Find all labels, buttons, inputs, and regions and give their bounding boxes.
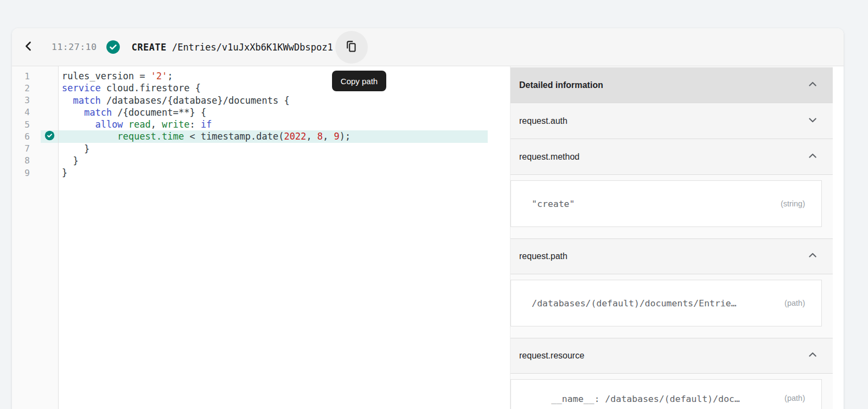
gutter-row-9: 9 (12, 167, 58, 179)
line-number: 1 (12, 71, 30, 81)
code-token (62, 119, 95, 130)
panel-section-detailed-information[interactable]: Detailed information (510, 67, 833, 103)
gutter-row-1: 1 (12, 70, 58, 82)
code-token: /{document=**} { (112, 107, 206, 118)
line-number: 9 (12, 168, 30, 178)
code-token: match (73, 95, 100, 106)
code-token: rules_version = (62, 71, 151, 81)
gutter-badge (41, 130, 58, 142)
gutter-row-2: 2 (12, 82, 58, 94)
code-token (62, 131, 117, 142)
code-token: < timestamp.date( (184, 131, 284, 142)
code-token: 9 (334, 131, 340, 142)
code-token: cloud.firestore { (101, 83, 201, 93)
panel-gap (510, 326, 833, 338)
value-text: "create" (532, 199, 575, 209)
code-token: if (201, 119, 212, 130)
panel-section-request-method[interactable]: request.method (510, 139, 833, 175)
code-token: ; (167, 71, 173, 81)
panel-section-request-auth[interactable]: request.auth (510, 103, 833, 139)
code-token: } (62, 143, 90, 154)
gutter-row-5: 5 (12, 118, 58, 130)
panel-gap (510, 175, 833, 180)
gutter-row-6: 6 (12, 130, 58, 142)
code-line-9[interactable]: } (59, 167, 510, 179)
code-token: } (62, 155, 79, 166)
chevron-up-icon (806, 248, 820, 265)
panel-gap (510, 227, 833, 238)
gutter-badge (41, 70, 58, 82)
code-token (62, 95, 73, 106)
code-token: } (62, 167, 67, 178)
value-card-request-resource: __name__: /databases/(default)/doc…(path… (510, 379, 822, 409)
gutter-badge (41, 167, 58, 179)
gutter-badge (41, 118, 58, 130)
code-token: : (189, 119, 200, 130)
back-button[interactable] (22, 40, 36, 54)
code-token: read (129, 119, 151, 130)
chevron-up-icon (806, 348, 820, 364)
copy-icon (344, 40, 358, 55)
code-token: ); (340, 131, 350, 142)
code-line-5[interactable]: allow read, write: if (59, 118, 510, 130)
line-number: 2 (12, 83, 30, 93)
panel-section-request-resource[interactable]: request.resource (510, 338, 833, 374)
rules-playground-page: 11:27:10 CREATE /Entries/v1uJxXb6K1KWwDb… (0, 0, 868, 409)
request-header: 11:27:10 CREATE /Entries/v1uJxXb6K1KWwDb… (12, 28, 844, 66)
code-token (62, 107, 84, 118)
gutter-row-7: 7 (12, 143, 58, 155)
chevron-down-icon (806, 113, 820, 129)
line-number: 7 (12, 143, 30, 154)
gutter-badge (41, 95, 58, 106)
rule-allowed-check-icon (44, 130, 55, 143)
code-token: , (306, 131, 317, 142)
section-label: request.auth (519, 116, 806, 126)
code-line-2[interactable]: service cloud.firestore { (59, 82, 510, 94)
gutter-row-8: 8 (12, 155, 58, 167)
value-card-request-method: "create"(string) (510, 180, 822, 227)
chevron-left-icon (22, 40, 35, 54)
gutter-row-4: 4 (12, 106, 58, 118)
gutter-badge (41, 143, 58, 155)
panel-gap (510, 274, 833, 280)
code-line-3[interactable]: match /databases/{database}/documents { (59, 95, 510, 106)
section-label: request.resource (519, 351, 806, 361)
code-token: request.time (117, 131, 184, 142)
editor-gutter: 1 2 3 4 5 6 7 8 9 (12, 66, 59, 409)
value-type-label: (path) (780, 299, 805, 307)
code-line-8[interactable]: } (59, 155, 510, 167)
code-token: /databases/{database}/documents { (101, 95, 290, 106)
code-token: allow (95, 119, 123, 130)
code-token: , (323, 131, 334, 142)
section-label: request.path (519, 251, 806, 261)
code-token: service (62, 83, 101, 93)
check-circle-icon (106, 40, 120, 54)
code-line-6[interactable]: request.time < timestamp.date(2022, 8, 9… (59, 130, 510, 142)
chevron-up-icon (806, 77, 820, 93)
code-line-4[interactable]: match /{document=**} { (59, 106, 510, 118)
code-token: 2022 (284, 131, 306, 142)
request-body: 1 2 3 4 5 6 7 8 9 rules_version = '2';se… (12, 66, 844, 409)
code-token (123, 119, 129, 130)
code-token: write (162, 119, 189, 130)
rules-code-editor[interactable]: rules_version = '2';service cloud.firest… (59, 66, 510, 409)
panel-gap (510, 374, 833, 379)
line-number: 6 (12, 131, 30, 142)
gutter-badge (41, 106, 58, 118)
value-type-label: (string) (776, 199, 805, 208)
gutter-row-3: 3 (12, 95, 58, 106)
line-number: 5 (12, 119, 30, 130)
code-token: match (84, 107, 112, 118)
section-label: request.method (519, 152, 806, 162)
value-text: /databases/(default)/documents/Entrie… (532, 298, 737, 309)
request-method-label: CREATE (131, 42, 166, 53)
code-line-7[interactable]: } (59, 143, 510, 155)
copy-path-button[interactable] (335, 31, 368, 64)
line-number: 3 (12, 95, 30, 105)
request-timestamp: 11:27:10 (52, 42, 97, 52)
panel-section-request-path[interactable]: request.path (510, 238, 833, 274)
line-number: 4 (12, 107, 30, 117)
detail-panel: Detailed information request.auth reques… (510, 66, 844, 409)
code-line-1[interactable]: rules_version = '2'; (59, 70, 510, 82)
copy-path-tooltip: Copy path (332, 71, 386, 91)
